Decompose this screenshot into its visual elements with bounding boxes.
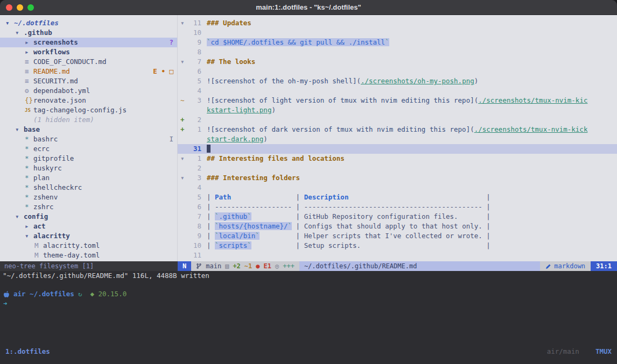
tree-item-label: zshrc <box>33 202 54 212</box>
tree-item-label: renovate.json <box>33 96 86 105</box>
minimize-button[interactable] <box>17 4 23 11</box>
editor-line[interactable]: 4 <box>178 183 617 192</box>
tree-item[interactable]: *huskyrc <box>0 163 177 173</box>
tree-item[interactable]: *shellcheckrc <box>0 183 177 192</box>
editor-line[interactable]: 10| `scripts` | Setup scripts. | <box>178 241 617 251</box>
editor-line[interactable]: ▾11### Updates <box>178 18 617 28</box>
tree-item[interactable]: ▾base <box>0 125 177 134</box>
line-number: 31 <box>186 144 201 154</box>
tree-item-label: CODE_OF_CONDUCT.md <box>33 57 106 67</box>
buffer-icon: ▤ <box>225 261 229 271</box>
editor-line[interactable]: 8| `hosts/{hostname}/` | Configs that sh… <box>178 222 617 231</box>
editor-line[interactable]: 7| `.github` | GitHub Repository configu… <box>178 212 617 222</box>
line-text <box>201 115 207 125</box>
tree-item[interactable]: {}renovate.json <box>0 96 177 105</box>
line-number: 8 <box>186 222 201 231</box>
tree-item[interactable]: ⚙dependabot.yml <box>0 86 177 96</box>
editor-line[interactable]: +2 <box>178 115 617 125</box>
editor-line[interactable]: 10 <box>178 28 617 38</box>
tree-item[interactable]: Malacritty.toml <box>0 241 177 251</box>
tree-item[interactable]: ≡README.mdE • □ <box>0 67 177 76</box>
editor-line[interactable]: +1![screenshot of dark version of tmux w… <box>178 125 617 134</box>
tree-item-label: alacritty <box>33 231 70 241</box>
editor-line[interactable]: 6| ------------------- | ---------------… <box>178 202 617 212</box>
editor-line[interactable]: kstart-light.png) <box>178 105 617 115</box>
folder-expanded-icon[interactable]: ▾ <box>25 231 33 241</box>
line-text: ![screenshot of the oh-my-posh shell](./… <box>201 76 478 86</box>
folder-expanded-icon[interactable]: ▾ <box>15 212 24 222</box>
tree-item[interactable]: ▸workflows <box>0 47 177 57</box>
tree-item[interactable]: *zshenv <box>0 192 177 202</box>
tmux-status-bar: 1:.dotfiles air/main TMUX <box>0 347 617 356</box>
item-status-badge: E • □ <box>153 67 173 76</box>
editor-line[interactable]: 2 <box>178 163 617 173</box>
nvim-area: ▾~/.dotfiles▾.github▸screenshots?▸workfl… <box>0 15 617 261</box>
editor-line[interactable]: 9| `local/bin` | Helper scripts that I'v… <box>178 231 617 241</box>
tree-item[interactable]: ▸screenshots? <box>0 38 177 47</box>
tree-item[interactable]: (1 hidden item) <box>0 115 177 125</box>
tree-item-label: README.md <box>33 67 70 76</box>
sign-column <box>178 144 186 154</box>
sign-column <box>178 86 186 96</box>
tree-item[interactable]: ▸act <box>0 222 177 231</box>
item-status-badge: ? <box>169 38 173 47</box>
tree-item[interactable]: *zshrc <box>0 202 177 212</box>
editor-line[interactable]: ▾7## The looks <box>178 57 617 67</box>
md-file-icon: ≡ <box>25 76 33 86</box>
star-file-icon: * <box>25 144 33 154</box>
folder-expanded-icon[interactable]: ▾ <box>15 28 24 38</box>
close-button[interactable] <box>6 4 12 11</box>
status-flags: +++ <box>283 261 295 271</box>
zoom-button[interactable] <box>27 4 34 11</box>
editor-line[interactable]: start-dark.png) <box>178 134 617 144</box>
fold-icon: ▾ <box>178 173 186 183</box>
editor-line[interactable]: 6 <box>178 67 617 76</box>
line-number: 4 <box>186 183 201 192</box>
editor-line[interactable]: 5| Path | Description | <box>178 192 617 202</box>
folder-collapsed-icon[interactable]: ▸ <box>25 38 33 47</box>
editor-line-current[interactable]: 31 <box>178 144 617 154</box>
tmux-window-label[interactable]: 1:.dotfiles <box>5 347 50 356</box>
tree-item[interactable]: *gitprofile <box>0 154 177 163</box>
editor-line[interactable]: 9`cd $HOME/.dotfiles && git pull && ./in… <box>178 38 617 47</box>
tree-item-label: ecrc <box>33 144 50 154</box>
tree-item[interactable]: JStag-changelog-config.js <box>0 105 177 115</box>
editor-line[interactable]: 5![screenshot of the oh-my-posh shell](.… <box>178 76 617 86</box>
editor-line[interactable]: 8 <box>178 47 617 57</box>
editor-line[interactable]: 4 <box>178 86 617 96</box>
editor-pane[interactable]: ▾11### Updates 10 9`cd $HOME/.dotfiles &… <box>178 15 617 261</box>
line-text: start-dark.png) <box>201 134 268 144</box>
tree-item[interactable]: *plan <box>0 173 177 183</box>
tree-item[interactable]: ▾~/.dotfiles <box>0 18 177 28</box>
star-file-icon: * <box>25 183 33 192</box>
tree-item-label: alacritty.toml <box>43 241 100 251</box>
tree-item-label: theme-day.toml <box>43 251 100 260</box>
tree-item[interactable]: Mtheme-day.toml <box>0 251 177 260</box>
tree-item-label: gitprofile <box>33 154 74 163</box>
tree-item-label: config <box>24 212 48 222</box>
editor-line[interactable]: 11 <box>178 251 617 260</box>
line-number: 11 <box>186 251 201 260</box>
tree-item[interactable]: ▾.github <box>0 28 177 38</box>
tree-item[interactable]: ▾config <box>0 212 177 222</box>
folder-expanded-icon[interactable]: ▾ <box>15 125 24 134</box>
editor-line[interactable]: ▾3### Interesting folders <box>178 173 617 183</box>
tree-item-label: workflows <box>33 47 70 57</box>
tree-item[interactable]: ≡CODE_OF_CONDUCT.md <box>0 57 177 67</box>
folder-expanded-icon[interactable]: ▾ <box>5 18 14 28</box>
line-number: 2 <box>186 163 201 173</box>
folder-collapsed-icon[interactable]: ▸ <box>25 222 33 231</box>
tree-item[interactable]: *ecrc <box>0 144 177 154</box>
tree-item[interactable]: ≡SECURITY.md <box>0 76 177 86</box>
blank-icon <box>25 115 33 125</box>
tree-item[interactable]: *bashrcI <box>0 134 177 144</box>
editor-line[interactable]: ▾1## Interesting files and locations <box>178 154 617 163</box>
folder-collapsed-icon[interactable]: ▸ <box>25 47 33 57</box>
sign-column <box>178 76 186 86</box>
toml-file-icon: M <box>34 251 43 260</box>
tree-item[interactable]: ▾alacritty <box>0 231 177 241</box>
star-file-icon: * <box>25 202 33 212</box>
neo-tree-panel[interactable]: ▾~/.dotfiles▾.github▸screenshots?▸workfl… <box>0 15 178 261</box>
editor-line[interactable]: ~3![screenshot of light version of tmux … <box>178 96 617 105</box>
line-number: 6 <box>186 67 201 76</box>
